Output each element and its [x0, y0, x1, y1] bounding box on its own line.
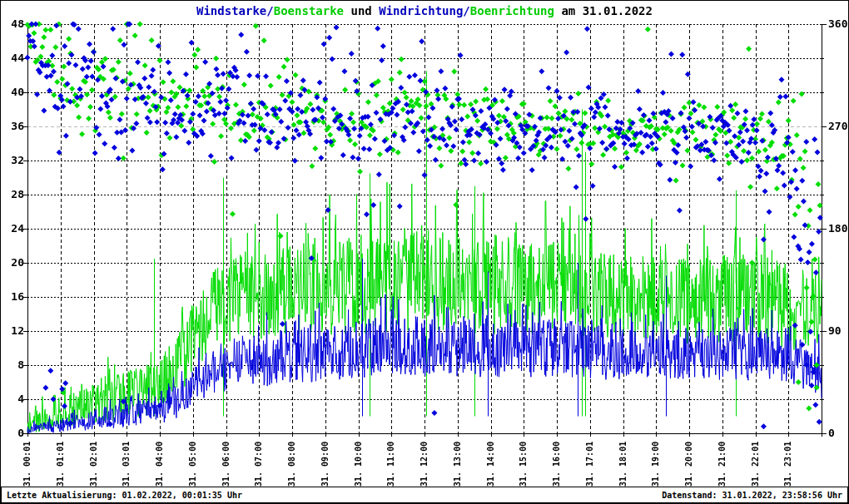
x-tick-label: 31. 03:01	[122, 442, 132, 487]
x-tick-label: 31. 01:01	[56, 442, 66, 487]
x-tick-label: 31. 20:00	[684, 442, 694, 487]
y-right-tick-label: 0	[828, 427, 835, 440]
y-left-tick-label: 20	[2, 256, 24, 269]
y-right-tick-label: 360	[828, 17, 847, 31]
x-tick-label: 31. 15:00	[519, 442, 529, 487]
y-right-tick-label: 90	[828, 324, 842, 338]
x-tick-label: 31. 00:01	[22, 442, 32, 487]
x-tick-label: 31. 13:00	[453, 442, 463, 487]
x-tick-label: 31. 22:01	[751, 442, 761, 487]
x-tick-label: 31. 07:00	[254, 442, 264, 487]
title-segment: Windrichtung	[379, 4, 463, 17]
y-left-tick-label: 24	[2, 222, 24, 235]
y-left-tick-label: 0	[2, 427, 24, 440]
x-tick-label: 31. 11:00	[386, 442, 396, 487]
x-tick-label: 31. 10:00	[354, 442, 364, 487]
x-tick-label: 31. 06:00	[221, 442, 231, 487]
x-tick-label: 31. 18:01	[618, 442, 628, 487]
title-segment: /	[463, 4, 469, 17]
x-tick-label: 31. 08:00	[287, 442, 297, 487]
x-tick-label: 31. 17:01	[585, 442, 595, 487]
y-left-tick-label: 32	[2, 154, 24, 167]
x-tick-label: 31. 09:00	[320, 442, 330, 487]
last-update-text: Letzte Aktualisierung: 01.02.2022, 00:01…	[7, 491, 242, 500]
title-segment: Boenstarke	[274, 4, 344, 17]
chart-canvas	[1, 1, 849, 504]
y-left-tick-label: 8	[2, 358, 24, 372]
y-left-tick-label: 48	[2, 17, 24, 31]
x-tick-label: 31. 04:00	[155, 442, 165, 487]
status-bar: Letzte Aktualisierung: 01.02.2022, 00:01…	[1, 487, 848, 503]
x-tick-label: 31. 02:01	[89, 442, 99, 487]
x-tick-label: 31. 19:00	[651, 442, 661, 487]
y-left-tick-label: 40	[2, 86, 24, 99]
y-left-tick-label: 36	[2, 120, 24, 133]
y-left-tick-label: 44	[2, 52, 24, 65]
x-tick-label: 31. 12:00	[420, 442, 429, 487]
y-left-tick-label: 16	[2, 290, 24, 304]
title-segment: und	[344, 4, 379, 17]
title-segment: am 31.01.2022	[554, 4, 653, 17]
title-segment: /	[266, 4, 273, 17]
y-left-tick-label: 12	[2, 324, 24, 338]
x-tick-label: 31. 23:01	[783, 442, 793, 487]
x-tick-label: 31. 05:00	[188, 442, 198, 487]
y-right-tick-label: 180	[828, 222, 847, 235]
title-segment: Boenrichtung	[470, 4, 554, 17]
y-left-tick-label: 4	[2, 393, 24, 406]
wind-chart-page: Windstarke/Boenstarke und Windrichtung/B…	[0, 0, 849, 504]
y-right-tick-label: 270	[828, 120, 847, 133]
title-segment: Windstarke	[196, 4, 266, 17]
data-timestamp-text: Datenstand: 31.01.2022, 23:58:56 Uhr	[662, 491, 842, 500]
x-tick-label: 31. 14:00	[486, 442, 496, 487]
x-tick-label: 31. 16:00	[552, 442, 562, 487]
x-tick-label: 31. 21:00	[717, 442, 727, 487]
chart-title: Windstarke/Boenstarke und Windrichtung/B…	[1, 4, 848, 17]
y-left-tick-label: 28	[2, 188, 24, 201]
